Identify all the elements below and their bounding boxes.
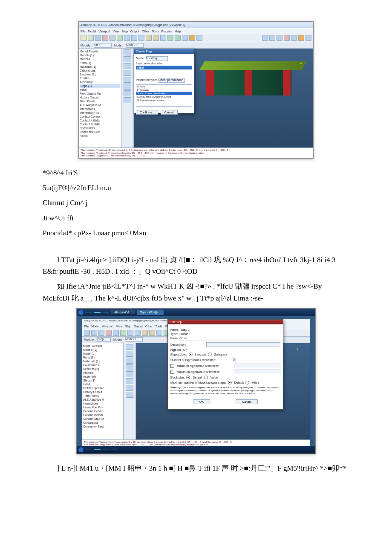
toolbar-icon[interactable] xyxy=(182,35,188,41)
tool-icon[interactable] xyxy=(124,77,131,83)
tree-item[interactable]: Model Results xyxy=(80,49,120,53)
tree-item[interactable]: Calibrations xyxy=(83,363,122,367)
tree-item[interactable]: Initial xyxy=(83,382,122,386)
tool-icon[interactable] xyxy=(124,49,131,55)
menu-file[interactable]: File xyxy=(84,325,89,328)
menu-tools[interactable]: Tools xyxy=(155,325,162,328)
toolbar-icon[interactable] xyxy=(284,35,290,41)
tree-item[interactable]: History Output xyxy=(80,95,120,99)
tree-item[interactable]: Materials (1) xyxy=(83,359,122,363)
tree-item[interactable]: Contact Initializ xyxy=(83,413,122,417)
toolbar-icon[interactable] xyxy=(88,35,94,41)
tree-item[interactable]: Sections (1) xyxy=(83,367,122,371)
toolbar-icon[interactable] xyxy=(110,35,115,41)
tree-item[interactable]: Interactions xyxy=(80,107,120,111)
list-option[interactable]: Buckle xyxy=(136,85,192,88)
toolbar-icon[interactable] xyxy=(167,35,173,41)
tree-item[interactable]: Materials (1) xyxy=(80,65,120,69)
tool-icon[interactable] xyxy=(126,351,133,357)
toolbar-icon[interactable] xyxy=(113,330,119,336)
main-menu-bar[interactable]: File Model Viewport View Step Output Oth… xyxy=(79,28,313,34)
list-option[interactable]: Frequency xyxy=(136,88,192,92)
tree-item[interactable]: Contact Stabiliz xyxy=(80,122,120,126)
model-tree[interactable]: Model Results Models (1) Model-1 Parts (… xyxy=(82,343,124,439)
toolbar-icon[interactable] xyxy=(306,35,311,41)
taskbar-item[interactable] xyxy=(85,312,92,313)
tree-item[interactable]: ALE Adaptive M xyxy=(83,398,122,402)
radio-subspace[interactable] xyxy=(208,353,212,356)
tree-item[interactable]: Contact Contro xyxy=(80,115,120,119)
insert-after-value[interactable]: Initial xyxy=(136,66,192,69)
tree-item[interactable]: Fields xyxy=(80,134,120,138)
model-select[interactable]: Model-1 xyxy=(125,337,143,342)
toolbar-icon[interactable] xyxy=(175,35,181,41)
menu-viewport[interactable]: Viewport xyxy=(102,325,113,328)
tree-item[interactable]: Contact Contro xyxy=(83,409,122,413)
menu-other[interactable]: Other xyxy=(142,30,150,33)
tree-item[interactable]: Constraints xyxy=(83,421,122,425)
cancel-button[interactable]: Cancel xyxy=(161,110,178,115)
tree-item[interactable]: Sections (1) xyxy=(80,72,120,76)
model-select[interactable]: Model-1 xyxy=(126,43,144,48)
menu-file[interactable]: File xyxy=(81,30,85,33)
toolbar-icon[interactable] xyxy=(102,35,108,41)
module-select[interactable]: Step xyxy=(94,43,112,48)
tree-item[interactable]: Profiles xyxy=(80,76,120,80)
tree-item[interactable]: Connector Sect xyxy=(80,130,120,134)
list-option[interactable]: Substructure generation xyxy=(136,98,192,102)
tree-item[interactable]: Model-1 xyxy=(80,57,120,61)
min-eig-checkbox[interactable] xyxy=(170,364,174,368)
tool-icon[interactable] xyxy=(126,392,133,398)
tree-item[interactable]: Steps (1) xyxy=(83,379,122,382)
toolbar-icon[interactable] xyxy=(106,330,112,336)
menu-output[interactable]: Output xyxy=(134,325,143,328)
tab-other[interactable]: Other xyxy=(179,337,187,340)
tree-item[interactable]: Time Points xyxy=(83,394,122,398)
tree-item[interactable]: Calibrations xyxy=(80,69,120,72)
toolbar-icon[interactable] xyxy=(124,35,130,41)
tree-item[interactable]: ALE Adaptive M xyxy=(80,103,120,107)
menu-model[interactable]: Model xyxy=(88,30,96,33)
tree-item[interactable]: Interaction Pro xyxy=(80,111,120,115)
tree-item[interactable]: History Output xyxy=(83,390,122,394)
tree-item[interactable]: Models (1) xyxy=(80,53,120,57)
toolbar-icon[interactable] xyxy=(153,35,159,41)
toolbar-icon[interactable] xyxy=(269,35,275,41)
tree-item[interactable]: Parts (1) xyxy=(80,61,120,65)
toolbar-icon[interactable] xyxy=(117,35,123,41)
toolbar-icon[interactable] xyxy=(120,330,126,336)
toolbar-icon[interactable] xyxy=(156,330,162,336)
max-eig-checkbox[interactable] xyxy=(170,370,174,374)
num-eigenvalues-input[interactable]: 5 xyxy=(232,358,236,362)
tree-item[interactable]: Interactions xyxy=(83,402,122,405)
tool-icon[interactable] xyxy=(126,371,133,377)
list-option[interactable]: Static, Linear perturbation xyxy=(136,92,192,95)
procedure-select[interactable]: Linear perturbation xyxy=(158,78,185,83)
tree-item[interactable]: Model Results xyxy=(83,344,122,348)
tool-icon[interactable] xyxy=(124,90,131,96)
radio-block-default[interactable] xyxy=(186,376,190,379)
tool-icon[interactable] xyxy=(124,97,131,103)
toolbar-icon[interactable] xyxy=(98,330,104,336)
radio-blsteps-default[interactable] xyxy=(228,381,232,384)
tool-icon[interactable] xyxy=(126,364,133,370)
tool-icon[interactable] xyxy=(124,70,131,76)
model-tree[interactable]: Model Results Models (1) Model-1 Parts (… xyxy=(79,49,121,147)
taskbar-item[interactable] xyxy=(102,449,109,450)
tree-item[interactable]: Assembly xyxy=(80,80,120,84)
toolbar-icon[interactable] xyxy=(149,330,155,336)
tool-icon[interactable] xyxy=(126,378,133,384)
menu-help[interactable]: Help xyxy=(175,30,181,33)
tree-item[interactable]: Model-1 xyxy=(83,352,122,356)
ok-button[interactable]: OK xyxy=(193,399,210,404)
list-option[interactable]: Steady-state dynamics, Direct xyxy=(136,95,192,98)
menu-other[interactable]: Other xyxy=(145,325,153,328)
radio-blsteps-value[interactable] xyxy=(245,381,249,384)
toolbar-icon[interactable] xyxy=(142,330,148,336)
tree-item[interactable]: Contact Stabiliz xyxy=(83,417,122,421)
toolbar-icon[interactable] xyxy=(291,35,297,41)
taskbar-item[interactable]: Abaqus/CA... xyxy=(111,310,135,314)
start-icon[interactable] xyxy=(78,310,84,315)
toolbar-icon[interactable] xyxy=(262,35,268,41)
menu-tools[interactable]: Tools xyxy=(152,30,159,33)
